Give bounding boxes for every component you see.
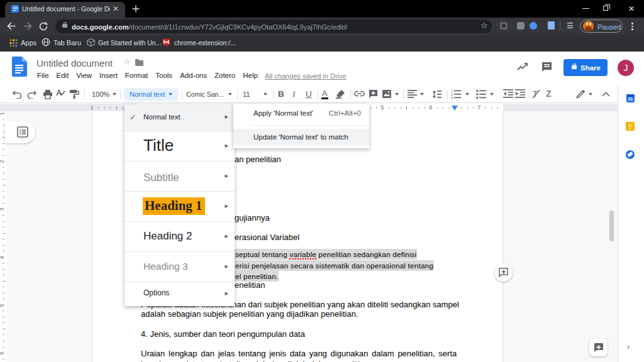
svg-text:3: 3 — [451, 96, 453, 99]
